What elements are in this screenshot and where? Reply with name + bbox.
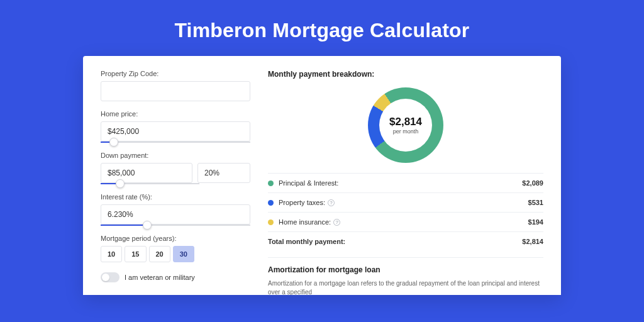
legend-value: $194	[528, 218, 543, 226]
amort-text: Amortization for a mortgage loan refers …	[268, 279, 543, 295]
legend-row: Principal & Interest: $2,089	[268, 174, 543, 193]
legend-name: Home insurance: ?	[279, 218, 528, 226]
interest-slider[interactable]	[101, 225, 250, 226]
legend-value: $531	[528, 199, 543, 206]
legend-total-label: Total monthly payment:	[268, 238, 522, 245]
legend-dot	[268, 200, 274, 206]
zip-input[interactable]	[101, 81, 250, 101]
legend-total-value: $2,814	[522, 238, 543, 245]
period-option-30[interactable]: 30	[173, 246, 194, 262]
period-label: Mortgage period (years):	[101, 235, 250, 242]
legend-dot	[268, 180, 274, 186]
legend-name: Property taxes: ?	[279, 199, 528, 206]
period-option-15[interactable]: 15	[125, 246, 146, 262]
calculator-card: Property Zip Code: Home price: Down paym…	[83, 56, 561, 295]
veteran-toggle[interactable]	[101, 272, 119, 282]
legend-total-row: Total monthly payment:$2,814	[268, 232, 543, 251]
info-icon[interactable]: ?	[328, 199, 335, 206]
period-option-10[interactable]: 10	[101, 246, 122, 262]
legend-row: Home insurance: ? $194	[268, 213, 543, 232]
form-panel: Property Zip Code: Home price: Down paym…	[101, 70, 250, 295]
zip-label: Property Zip Code:	[101, 70, 250, 77]
legend-value: $2,089	[522, 179, 543, 187]
period-segmented: 10152030	[101, 246, 250, 262]
home-price-slider[interactable]	[101, 142, 250, 143]
breakdown-donut-chart: $2,814 per month	[368, 87, 443, 163]
amort-title: Amortization for mortgage loan	[268, 265, 543, 274]
breakdown-legend: Principal & Interest: $2,089 Property ta…	[268, 173, 543, 251]
donut-sub: per month	[393, 128, 419, 135]
period-option-20[interactable]: 20	[149, 246, 170, 262]
down-payment-slider[interactable]	[101, 183, 199, 184]
breakdown-panel: Monthly payment breakdown: $2,814 per mo…	[268, 70, 543, 295]
down-payment-input[interactable]	[101, 163, 192, 183]
donut-amount: $2,814	[389, 116, 422, 128]
legend-dot	[268, 219, 274, 225]
legend-row: Property taxes: ? $531	[268, 193, 543, 213]
home-price-input[interactable]	[101, 121, 250, 142]
down-payment-pct-input[interactable]	[197, 163, 250, 183]
amortization-section: Amortization for mortgage loan Amortizat…	[268, 257, 543, 295]
interest-input[interactable]	[101, 204, 250, 225]
page-title: Timberon Mortgage Calculator	[0, 0, 644, 56]
legend-name: Principal & Interest:	[279, 179, 522, 187]
veteran-label: I am veteran or military	[125, 274, 195, 281]
info-icon[interactable]: ?	[333, 219, 340, 226]
breakdown-title: Monthly payment breakdown:	[268, 70, 543, 79]
down-payment-label: Down payment:	[101, 152, 250, 159]
home-price-label: Home price:	[101, 110, 250, 118]
interest-label: Interest rate (%):	[101, 193, 250, 201]
